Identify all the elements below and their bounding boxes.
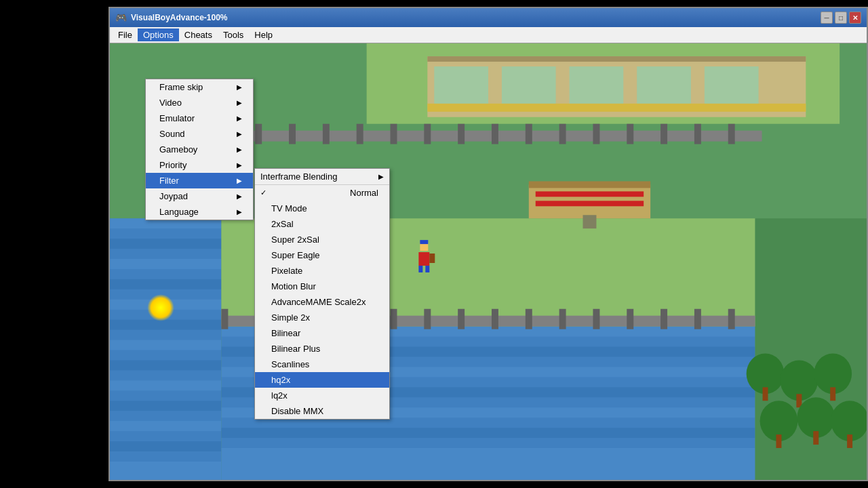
svg-rect-46: [593, 124, 599, 144]
svg-rect-37: [289, 124, 296, 144]
menu-options[interactable]: Options: [138, 28, 179, 41]
option-frame-skip[interactable]: Frame skip ▶: [146, 79, 253, 95]
svg-rect-67: [728, 309, 735, 329]
option-video[interactable]: Video ▶: [146, 95, 253, 110]
svg-rect-28: [434, 66, 488, 107]
svg-rect-43: [492, 124, 498, 144]
main-window: 🎮 VisualBoyAdvance-100% ─ □ ✕ File Optio…: [108, 7, 868, 481]
svg-rect-27: [427, 56, 806, 62]
filter-super-eagle[interactable]: Super Eagle: [255, 247, 389, 263]
svg-rect-45: [559, 124, 566, 144]
svg-rect-65: [660, 309, 667, 329]
svg-rect-63: [593, 309, 599, 329]
svg-rect-61: [526, 309, 532, 329]
filter-hq2x[interactable]: hq2x: [255, 372, 389, 388]
filter-submenu: Interframe Blending ▶ Normal TV Mode 2xS…: [254, 168, 390, 420]
svg-rect-60: [492, 309, 498, 329]
filter-simple-2x[interactable]: Simple 2x: [255, 310, 389, 325]
svg-rect-9: [110, 360, 221, 370]
menu-bar: File Options Cheats Tools Help: [110, 27, 867, 43]
filter-disable-mmx[interactable]: Disable MMX: [255, 403, 389, 419]
svg-rect-30: [570, 66, 624, 107]
svg-rect-33: [427, 104, 806, 112]
svg-rect-44: [526, 124, 532, 144]
menu-tools[interactable]: Tools: [218, 28, 249, 41]
app-icon: 🎮: [115, 12, 127, 23]
filter-scanlines[interactable]: Scanlines: [255, 357, 389, 372]
svg-rect-64: [627, 309, 633, 329]
menu-help[interactable]: Help: [249, 28, 278, 41]
svg-rect-7: [110, 320, 221, 330]
svg-rect-29: [502, 66, 556, 107]
svg-rect-22: [221, 428, 755, 438]
option-priority[interactable]: Priority ▶: [146, 157, 253, 173]
window-controls: ─ □ ✕: [821, 12, 861, 24]
option-emulator[interactable]: Emulator ▶: [146, 110, 253, 126]
svg-rect-80: [763, 387, 768, 401]
svg-rect-58: [424, 309, 431, 329]
game-area: Frame skip ▶ Video ▶ Emulator ▶ Sound ▶ …: [110, 43, 867, 480]
option-language[interactable]: Language ▶: [146, 204, 253, 220]
svg-rect-49: [694, 124, 701, 144]
filter-advancemame[interactable]: AdvanceMAME Scale2x: [255, 294, 389, 310]
svg-rect-11: [110, 401, 221, 411]
svg-rect-69: [529, 181, 650, 188]
svg-rect-42: [458, 124, 465, 144]
svg-rect-57: [391, 309, 397, 329]
svg-rect-39: [357, 124, 363, 144]
svg-rect-77: [425, 266, 429, 272]
filter-2xsal[interactable]: 2xSal: [255, 216, 389, 232]
svg-rect-47: [627, 124, 633, 144]
svg-rect-70: [583, 215, 597, 228]
svg-rect-8: [110, 340, 221, 350]
svg-rect-86: [776, 434, 781, 448]
svg-rect-48: [660, 124, 667, 144]
option-sound[interactable]: Sound ▶: [146, 126, 253, 142]
svg-rect-90: [847, 434, 852, 448]
close-button[interactable]: ✕: [849, 12, 861, 24]
svg-rect-32: [705, 66, 759, 107]
filter-pixelate[interactable]: Pixelate: [255, 263, 389, 279]
svg-rect-66: [694, 309, 701, 329]
filter-bilinear[interactable]: Bilinear: [255, 325, 389, 341]
svg-rect-59: [458, 309, 465, 329]
title-bar: 🎮 VisualBoyAdvance-100% ─ □ ✕: [110, 8, 867, 27]
menu-cheats[interactable]: Cheats: [179, 28, 218, 41]
svg-rect-13: [110, 441, 221, 451]
svg-rect-41: [424, 124, 431, 144]
minimize-button[interactable]: ─: [821, 12, 833, 24]
filter-bilinear-plus[interactable]: Bilinear Plus: [255, 341, 389, 357]
filter-lq2x[interactable]: lq2x: [255, 388, 389, 403]
svg-rect-12: [110, 421, 221, 431]
svg-rect-10: [110, 380, 221, 390]
option-gameboy[interactable]: Gameboy ▶: [146, 142, 253, 157]
window-title: VisualBoyAdvance-100%: [131, 13, 228, 22]
maximize-button[interactable]: □: [835, 12, 847, 24]
option-joypad[interactable]: Joypad ▶: [146, 188, 253, 204]
filter-super-2xsal[interactable]: Super 2xSal: [255, 232, 389, 247]
svg-rect-52: [221, 309, 228, 329]
svg-rect-14: [110, 462, 221, 480]
filter-interframe-blending[interactable]: Interframe Blending ▶: [255, 169, 389, 185]
filter-motion-blur[interactable]: Motion Blur: [255, 279, 389, 294]
svg-rect-72: [536, 201, 644, 206]
svg-rect-62: [559, 309, 566, 329]
svg-rect-5: [110, 279, 221, 289]
menu-file[interactable]: File: [113, 28, 138, 41]
svg-rect-40: [391, 124, 397, 144]
svg-rect-38: [323, 124, 330, 144]
svg-rect-73: [418, 252, 429, 266]
svg-rect-6: [110, 300, 221, 310]
svg-rect-76: [418, 266, 422, 272]
svg-rect-3: [110, 239, 221, 249]
svg-rect-78: [429, 253, 435, 263]
filter-tv-mode[interactable]: TV Mode: [255, 201, 389, 216]
filter-normal[interactable]: Normal: [255, 185, 389, 201]
svg-rect-50: [728, 124, 735, 144]
svg-rect-88: [813, 431, 818, 445]
svg-rect-84: [830, 387, 835, 401]
option-filter[interactable]: Filter ▶: [146, 173, 253, 188]
svg-rect-4: [110, 259, 221, 269]
svg-rect-36: [255, 124, 262, 144]
svg-rect-71: [536, 191, 644, 197]
